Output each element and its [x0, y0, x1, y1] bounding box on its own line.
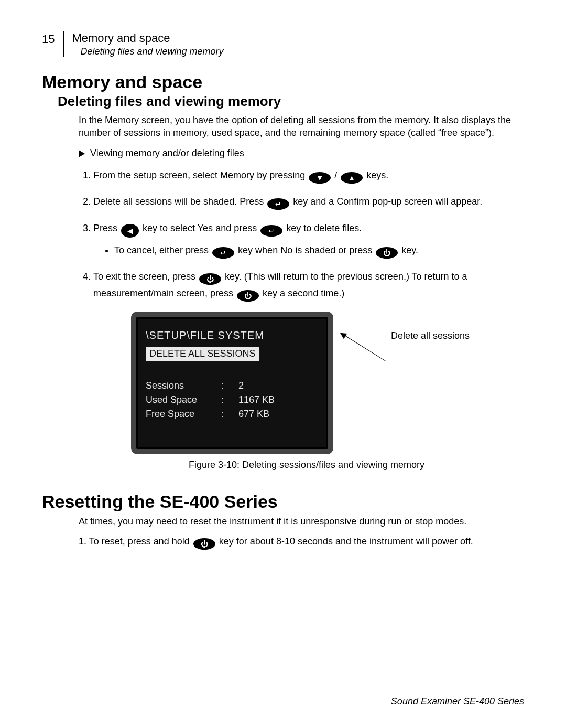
section2-intro: At times, you may need to reset the inst… [79, 515, 524, 528]
page-footer: Sound Examiner SE-400 Series [391, 696, 524, 707]
lcd-row: Free Space : 677 KB [146, 409, 319, 420]
text: by pressing [254, 170, 308, 180]
sub-bullet-1: To cancel, either press ↵ key when No is… [114, 242, 524, 259]
onoff-key-icon: ⏻ [376, 247, 398, 259]
text: To exit the screen, press [93, 271, 198, 282]
lcd-label: Sessions [146, 380, 216, 391]
text: Press [93, 223, 120, 233]
left-glyph: ◀ [127, 227, 133, 234]
lcd-colon: : [216, 394, 228, 405]
text: key. [399, 245, 418, 255]
section-heading: Resetting the SE-400 Series [42, 491, 524, 512]
lcd-value: 1167 KB [228, 394, 319, 405]
section2-step: 1. To reset, press and hold ⏻ key for ab… [79, 535, 524, 550]
no-label: No [280, 245, 292, 255]
sub-bullets: To cancel, either press ↵ key when No is… [114, 242, 524, 259]
callout-text: Delete all sessions [391, 330, 470, 341]
left-key-icon: ◀ [121, 224, 139, 238]
header-title: Memory and space [72, 31, 223, 45]
enter-glyph: ↵ [220, 249, 226, 256]
delete-all-label: Delete all sessions [93, 196, 172, 207]
figure: \SETUP\FILE SYSTEM DELETE ALL SESSIONS S… [131, 312, 524, 454]
text: To cancel, either press [114, 245, 211, 255]
down-glyph: ▼ [316, 174, 323, 181]
memory-label: Memory [220, 170, 254, 180]
text: key and a Confirm pop-up screen will app… [290, 196, 482, 207]
steps-list: From the setup screen, select Memory by … [79, 167, 524, 302]
intro-paragraph: In the Memory screen, you have the optio… [79, 114, 524, 140]
section2-body: At times, you may need to reset the inst… [79, 515, 524, 550]
onoff-glyph: ⏻ [201, 540, 208, 548]
text: key to delete files. [284, 223, 362, 233]
page-number: 15 [42, 31, 55, 46]
bullet-text: Viewing memory and/or deleting files [90, 148, 244, 158]
section-heading: Memory and space [42, 72, 524, 92]
text: key when [235, 245, 280, 255]
lcd-value: 2 [228, 380, 319, 391]
enter-key-icon: ↵ [212, 247, 234, 259]
lcd-row: Used Space : 1167 KB [146, 394, 319, 405]
enter-key-icon: ↵ [267, 198, 289, 210]
document-page: 15 Memory and space Deleting files and v… [0, 0, 566, 728]
running-header: 15 Memory and space Deleting files and v… [42, 31, 524, 57]
bullet-line: Viewing memory and/or deleting files [79, 147, 524, 159]
text: key for about 8-10 seconds and the instr… [216, 536, 473, 547]
enter-glyph: ↵ [268, 227, 275, 234]
lcd-label: Free Space [146, 409, 216, 420]
yes-label: Yes [198, 223, 213, 233]
onoff-key-icon: ⏻ [199, 273, 221, 285]
enter-glyph: ↵ [275, 200, 281, 208]
text: 1. To reset, press and hold [79, 536, 192, 547]
onoff-glyph: ⏻ [206, 275, 214, 283]
callout-arrow-icon [349, 330, 391, 362]
lcd-title: \SETUP\FILE SYSTEM [146, 329, 319, 341]
text: key to select [140, 223, 198, 233]
text: key a second time.) [260, 288, 344, 298]
up-key-icon: ▲ [341, 172, 363, 184]
header-divider [63, 31, 64, 57]
down-key-icon: ▼ [309, 172, 331, 184]
lcd-highlight: DELETE ALL SESSIONS [146, 347, 259, 361]
section-subheading: Deleting files and viewing memory [58, 93, 524, 110]
section-body: In the Memory screen, you have the optio… [79, 114, 524, 470]
figure-caption: Figure 3-10: Deleting sessions/files and… [89, 459, 524, 470]
lcd-screen: \SETUP\FILE SYSTEM DELETE ALL SESSIONS S… [131, 312, 333, 454]
step-1: From the setup screen, select Memory by … [93, 167, 524, 184]
header-subtitle: Deleting files and viewing memory [80, 46, 223, 57]
lcd-colon: : [216, 380, 228, 391]
step-2: Delete all sessions will be shaded. Pres… [93, 193, 524, 210]
header-titles: Memory and space Deleting files and view… [72, 31, 223, 57]
text: From the setup screen, select [93, 170, 220, 180]
figure-callout: Delete all sessions [349, 330, 470, 362]
lcd-label: Used Space [146, 394, 216, 405]
enter-key-icon: ↵ [260, 225, 282, 237]
text: / [332, 170, 340, 180]
onoff-key-icon: ⏻ [193, 538, 215, 550]
text: is shaded or press [292, 245, 375, 255]
onoff-glyph: ⏻ [383, 249, 390, 256]
step-3: Press ◀ key to select Yes and press ↵ ke… [93, 220, 524, 259]
step-4: To exit the screen, press ⏻ key. (This w… [93, 268, 524, 302]
text: will be shaded. Press [172, 196, 266, 207]
lcd-colon: : [216, 409, 228, 420]
lcd-row: Sessions : 2 [146, 380, 319, 391]
triangle-bullet-icon [79, 150, 85, 157]
onoff-key-icon: ⏻ [237, 290, 259, 302]
text: and press [213, 223, 259, 233]
up-glyph: ▲ [348, 174, 355, 181]
onoff-glyph: ⏻ [244, 292, 252, 299]
text: keys. [364, 170, 388, 180]
lcd-value: 677 KB [228, 409, 319, 420]
